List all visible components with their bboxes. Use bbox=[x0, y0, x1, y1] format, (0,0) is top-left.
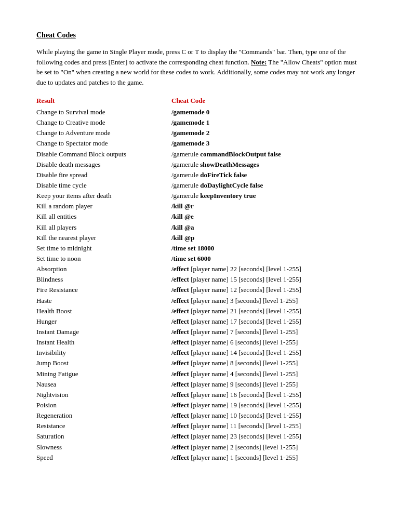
table-row: Change to Adventure mode/gamemode 2 bbox=[36, 128, 363, 138]
table-row: Haste/effect [player name] 3 [seconds] [… bbox=[36, 296, 363, 306]
cheat-result: Slowness bbox=[36, 442, 171, 453]
cheat-result: Change to Spectator mode bbox=[36, 138, 171, 149]
cheat-result: Change to Survival mode bbox=[36, 107, 171, 117]
cheat-result: Kill a random player bbox=[36, 201, 171, 211]
cheat-result: Instant Damage bbox=[36, 327, 171, 337]
cheat-code: /effect [player name] 14 [seconds] [leve… bbox=[171, 348, 363, 358]
cheat-code: /effect [player name] 19 [seconds] [leve… bbox=[171, 400, 363, 410]
cheat-result: Health Boost bbox=[36, 306, 171, 316]
cheat-result: Set time to noon bbox=[36, 254, 171, 264]
cheat-result: Nightvision bbox=[36, 390, 171, 400]
column-header-code: Cheat Code bbox=[171, 97, 363, 105]
cheat-code: /time set 6000 bbox=[171, 254, 363, 264]
cheat-code: /gamemode 2 bbox=[171, 128, 363, 138]
table-row: Kill all entities/kill @e bbox=[36, 211, 363, 222]
cheat-result: Saturation bbox=[36, 431, 171, 442]
table-row: Instant Damage/effect [player name] 7 [s… bbox=[36, 327, 363, 337]
cheat-code: /gamemode 0 bbox=[171, 107, 363, 117]
cheat-code: /gamerule showDeathMessages bbox=[171, 159, 363, 170]
cheat-code: /effect [player name] 21 [seconds] [leve… bbox=[171, 306, 363, 316]
table-row: Instant Health/effect [player name] 6 [s… bbox=[36, 337, 363, 348]
cheat-code: /effect [player name] 10 [seconds] [leve… bbox=[171, 410, 363, 421]
page-title: Cheat Codes bbox=[36, 31, 363, 39]
table-row: Jump Boost/effect [player name] 8 [secon… bbox=[36, 358, 363, 368]
table-row: Hunger/effect [player name] 17 [seconds]… bbox=[36, 316, 363, 327]
table-row: Regeneration/effect [player name] 10 [se… bbox=[36, 410, 363, 421]
cheat-code: /gamemode 1 bbox=[171, 117, 363, 128]
table-row: Saturation/effect [player name] 23 [seco… bbox=[36, 431, 363, 442]
table-row: Nausea/effect [player name] 9 [seconds] … bbox=[36, 379, 363, 390]
cheat-code: /gamemode 3 bbox=[171, 138, 363, 149]
cheat-result: Disable death messages bbox=[36, 159, 171, 170]
cheat-result: Change to Adventure mode bbox=[36, 128, 171, 138]
table-row: Change to Survival mode/gamemode 0 bbox=[36, 107, 363, 117]
cheat-result: Kill all players bbox=[36, 222, 171, 233]
column-header-result: Result bbox=[36, 97, 171, 105]
intro-paragraph: While playing the game in Single Player … bbox=[36, 47, 363, 87]
cheat-result: Instant Health bbox=[36, 337, 171, 348]
table-row: Absorption/effect [player name] 22 [seco… bbox=[36, 264, 363, 274]
cheat-result: Speed bbox=[36, 453, 171, 463]
cheat-code: /effect [player name] 1 [seconds] [level… bbox=[171, 453, 363, 463]
cheat-code: /gamerule doDaylightCycle false bbox=[171, 180, 363, 191]
note-label: Note: bbox=[251, 58, 267, 66]
cheat-code: /effect [player name] 4 [seconds] [level… bbox=[171, 369, 363, 379]
cheat-code: /effect [player name] 9 [seconds] [level… bbox=[171, 379, 363, 390]
table-row: Disable death messages/gamerule showDeat… bbox=[36, 159, 363, 170]
cheat-result: Set time to midnight bbox=[36, 243, 171, 254]
table-row: Fire Resistance/effect [player name] 12 … bbox=[36, 285, 363, 295]
cheat-code: /effect [player name] 22 [seconds] [leve… bbox=[171, 264, 363, 274]
cheat-code: /gamerule keepInventory true bbox=[171, 191, 363, 201]
table-row: Set time to midnight/time set 18000 bbox=[36, 243, 363, 254]
table-row: Disable fire spread/gamerule doFireTick … bbox=[36, 170, 363, 180]
cheat-code: /effect [player name] 12 [seconds] [leve… bbox=[171, 285, 363, 295]
table-row: Kill the nearest player/kill @p bbox=[36, 233, 363, 243]
cheat-code: /effect [player name] 23 [seconds] [leve… bbox=[171, 431, 363, 442]
table-row: Slowness/effect [player name] 2 [seconds… bbox=[36, 442, 363, 453]
cheat-result: Disable Command Block outputs bbox=[36, 149, 171, 159]
cheat-result: Blindness bbox=[36, 274, 171, 285]
table-row: Disable time cycle/gamerule doDaylightCy… bbox=[36, 180, 363, 191]
cheat-list: Change to Survival mode/gamemode 0Change… bbox=[36, 107, 363, 463]
cheat-result: Absorption bbox=[36, 264, 171, 274]
cheat-result: Invisibility bbox=[36, 348, 171, 358]
cheat-result: Mining Fatigue bbox=[36, 369, 171, 379]
table-row: Change to Spectator mode/gamemode 3 bbox=[36, 138, 363, 149]
cheat-code: /effect [player name] 17 [seconds] [leve… bbox=[171, 316, 363, 327]
cheat-code: /kill @r bbox=[171, 201, 363, 211]
cheat-code: /kill @a bbox=[171, 222, 363, 233]
table-row: Blindness/effect [player name] 15 [secon… bbox=[36, 274, 363, 285]
table-row: Kill a random player/kill @r bbox=[36, 201, 363, 211]
cheat-result: Disable fire spread bbox=[36, 170, 171, 180]
cheat-code: /effect [player name] 2 [seconds] [level… bbox=[171, 442, 363, 453]
cheat-code: /effect [player name] 16 [seconds] [leve… bbox=[171, 390, 363, 400]
table-row: Keep your items after death/gamerule kee… bbox=[36, 191, 363, 201]
table-row: Health Boost/effect [player name] 21 [se… bbox=[36, 306, 363, 316]
cheat-code: /kill @e bbox=[171, 211, 363, 222]
cheat-result: Kill the nearest player bbox=[36, 233, 171, 243]
table-row: Poision/effect [player name] 19 [seconds… bbox=[36, 400, 363, 410]
table-row: Kill all players/kill @a bbox=[36, 222, 363, 233]
cheat-result: Poision bbox=[36, 400, 171, 410]
cheat-result: Jump Boost bbox=[36, 358, 171, 368]
cheat-code: /effect [player name] 15 [seconds] [leve… bbox=[171, 274, 363, 285]
cheat-code: /effect [player name] 6 [seconds] [level… bbox=[171, 337, 363, 348]
cheat-result: Fire Resistance bbox=[36, 285, 171, 295]
cheat-code: /effect [player name] 11 [seconds] [leve… bbox=[171, 421, 363, 431]
table-row: Disable Command Block outputs/gamerule c… bbox=[36, 149, 363, 159]
table-header: Result Cheat Code bbox=[36, 97, 363, 105]
cheat-code: /time set 18000 bbox=[171, 243, 363, 254]
cheat-code: /effect [player name] 7 [seconds] [level… bbox=[171, 327, 363, 337]
table-row: Resistance/effect [player name] 11 [seco… bbox=[36, 421, 363, 431]
table-row: Set time to noon/time set 6000 bbox=[36, 254, 363, 264]
cheat-code: /kill @p bbox=[171, 233, 363, 243]
cheat-result: Disable time cycle bbox=[36, 180, 171, 191]
table-row: Speed/effect [player name] 1 [seconds] [… bbox=[36, 453, 363, 463]
table-row: Mining Fatigue/effect [player name] 4 [s… bbox=[36, 369, 363, 379]
cheat-code: /gamerule doFireTick false bbox=[171, 170, 363, 180]
cheat-result: Regeneration bbox=[36, 410, 171, 421]
cheat-result: Haste bbox=[36, 296, 171, 306]
cheat-result: Keep your items after death bbox=[36, 191, 171, 201]
cheat-result: Resistance bbox=[36, 421, 171, 431]
cheat-code: /gamerule commandBlockOutput false bbox=[171, 149, 363, 159]
